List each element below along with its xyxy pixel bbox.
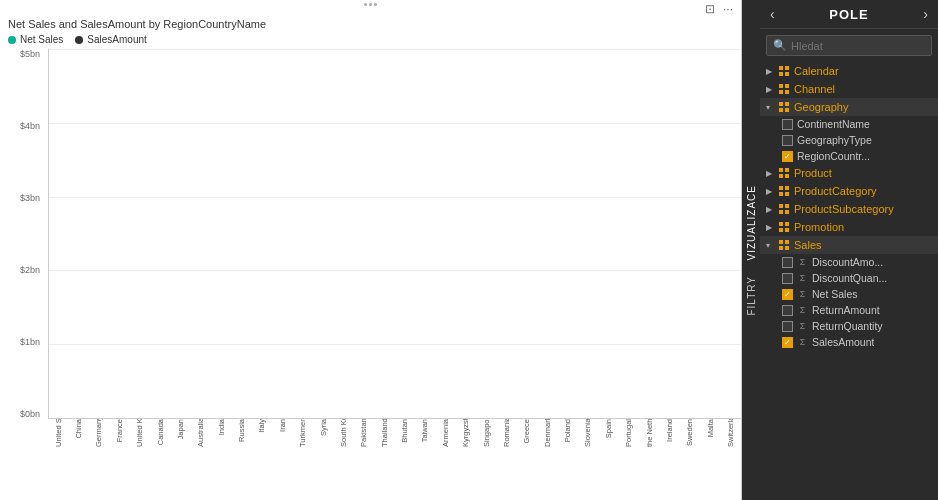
group-promotion[interactable]: ▶Promotion [760,218,938,236]
field-continent-name[interactable]: ContinentName [760,116,938,132]
checkbox-geography-type[interactable] [782,135,793,146]
group-geography[interactable]: ▾Geography [760,98,938,116]
field-sales-amount[interactable]: ΣSalesAmount [760,334,938,350]
x-axis-label: United St... [54,419,63,447]
legend-dot-sales-amount [75,36,83,44]
table-icon-calendar [778,65,790,77]
field-return-quantity[interactable]: ΣReturnQuantity [760,318,938,334]
x-axis-label: Greece [522,419,531,444]
group-label-channel: Channel [794,83,835,95]
checkbox-region-countr[interactable] [782,151,793,162]
legend-item-net-sales: Net Sales [8,34,63,45]
x-label-wrapper: India [211,419,231,435]
chart-container: $5bn$4bn$3bn$2bn$1bn$0bn United St...Chi… [12,49,745,449]
field-discount-amo[interactable]: ΣDiscountAmo... [760,254,938,270]
chevron-channel: ▶ [766,85,774,94]
group-product[interactable]: ▶Product [760,164,938,182]
x-axis-label: Pakistan [359,419,368,447]
y-axis-label: $0bn [20,409,40,419]
x-label-wrapper: Kyrgyzstan [456,419,476,447]
field-list: ▶Calendar▶Channel▾GeographyContinentName… [760,62,938,500]
more-options-icon[interactable]: ··· [723,2,733,16]
legend-item-sales-amount: SalesAmount [75,34,146,45]
x-axis-label: Romania [502,419,511,447]
panel-nav-left[interactable]: ‹ [768,6,777,22]
chevron-geography: ▾ [766,103,774,112]
group-label-geography: Geography [794,101,848,113]
x-axis-label: South Korea [339,419,348,447]
chart-plot [48,49,741,419]
x-label-wrapper: Turkmenistan [293,419,313,447]
x-label-wrapper: Denmark [537,419,557,447]
x-axis-label: Portugal [624,419,633,447]
x-label-wrapper: Australia [191,419,211,447]
x-axis-label: Australia [196,419,205,447]
x-label-wrapper: Russia [231,419,251,442]
field-label-return-quantity: ReturnQuantity [812,320,883,332]
x-label-wrapper: Japan [170,419,190,439]
checkbox-discount-quan[interactable] [782,273,793,284]
x-label-wrapper: Syria [313,419,333,436]
panel-nav-right[interactable]: › [921,6,930,22]
tab-visualizace[interactable]: VIZUALIZACE [744,177,759,268]
checkbox-continent-name[interactable] [782,119,793,130]
legend-dot-net-sales [8,36,16,44]
field-geography-type[interactable]: GeographyType [760,132,938,148]
field-net-sales[interactable]: ΣNet Sales [760,286,938,302]
chevron-promotion: ▶ [766,223,774,232]
field-return-amount[interactable]: ΣReturnAmount [760,302,938,318]
x-label-wrapper: Armenia [435,419,455,447]
x-label-wrapper: Italy [252,419,272,433]
x-axis-label: Russia [237,419,246,442]
x-label-wrapper: Bhutan [394,419,414,443]
sigma-icon-discount-amo: Σ [797,257,808,267]
x-label-wrapper: Canada [150,419,170,445]
checkbox-net-sales[interactable] [782,289,793,300]
x-label-wrapper: United Kingdom [130,419,150,447]
group-channel[interactable]: ▶Channel [760,80,938,98]
panel-header: ‹ POLE › [760,0,938,29]
x-axis-label: Spain [604,419,613,438]
x-label-wrapper: Germany [89,419,109,447]
chart-title: Net Sales and SalesAmount by RegionCount… [8,18,737,30]
x-label-wrapper: Singapore [476,419,496,447]
x-axis-label: Turkmenistan [298,419,307,447]
field-label-continent-name: ContinentName [797,118,870,130]
x-label-wrapper: France [109,419,129,442]
field-discount-quan[interactable]: ΣDiscountQuan... [760,270,938,286]
field-label-discount-amo: DiscountAmo... [812,256,883,268]
y-axis-label: $3bn [20,193,40,203]
checkbox-sales-amount[interactable] [782,337,793,348]
field-label-sales-amount: SalesAmount [812,336,874,348]
x-axis-label: Canada [156,419,165,445]
chart-controls: ⊡ ··· [705,2,733,16]
x-label-wrapper: Taiwan [415,419,435,442]
x-label-wrapper: South Korea [333,419,353,447]
group-calendar[interactable]: ▶Calendar [760,62,938,80]
group-sales[interactable]: ▾Sales [760,236,938,254]
x-label-wrapper: Malta [700,419,720,437]
x-axis-label: Iran [278,419,287,432]
group-label-product: Product [794,167,832,179]
field-region-countr[interactable]: RegionCountr... [760,148,938,164]
group-label-product-category: ProductCategory [794,185,877,197]
x-axis-label: Sweden [685,419,694,446]
x-label-wrapper: United St... [48,419,68,447]
x-axis-label: Denmark [543,419,552,447]
x-axis-label: Bhutan [400,419,409,443]
x-axis-label: Poland [563,419,572,442]
search-input[interactable] [791,40,925,52]
group-product-category[interactable]: ▶ProductCategory [760,182,938,200]
right-panel: ‹ POLE › 🔍 ▶Calendar▶Channel▾GeographyCo… [760,0,938,500]
checkbox-return-amount[interactable] [782,305,793,316]
x-axis-label: Germany [94,419,103,447]
x-axis-label: Taiwan [420,419,429,442]
group-product-subcategory[interactable]: ▶ProductSubcategory [760,200,938,218]
legend-label-net-sales: Net Sales [20,34,63,45]
x-label-wrapper: Greece [517,419,537,444]
checkbox-return-quantity[interactable] [782,321,793,332]
expand-icon[interactable]: ⊡ [705,2,715,16]
tab-filtry[interactable]: FILTRY [744,268,759,324]
x-label-wrapper: Thailand [374,419,394,447]
checkbox-discount-amo[interactable] [782,257,793,268]
